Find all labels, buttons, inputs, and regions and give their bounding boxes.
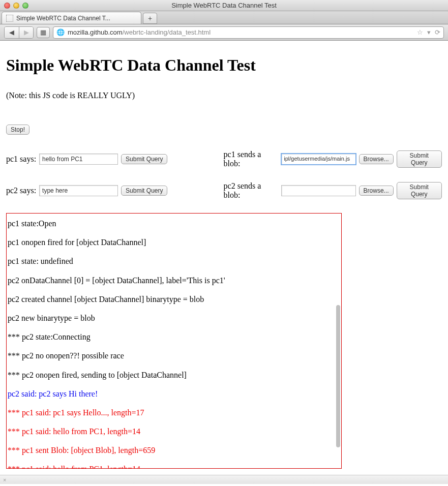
log-scrollbar[interactable]: [336, 305, 340, 447]
reload-icon[interactable]: ⟳: [435, 28, 440, 36]
url-host: mozilla.github.com: [68, 28, 123, 36]
log-line: *** pc1 said: pc1 says Hello..., length=…: [8, 408, 340, 417]
pc2-says-submit[interactable]: Submit Query: [121, 186, 167, 196]
forward-button[interactable]: ▶: [19, 27, 33, 38]
log-line: *** pc2 no onopen??! possible race: [8, 351, 340, 360]
zoom-window-button[interactable]: [22, 3, 28, 9]
log-line: pc1 state: undefined: [8, 256, 340, 266]
page-note: (Note: this JS code is REALLY UGLY): [6, 91, 442, 100]
log-box[interactable]: pc1 state:Openpc1 onopen fired for [obje…: [6, 213, 342, 469]
pc1-blob-browse[interactable]: Browse...: [359, 154, 394, 164]
bookmark-star-icon[interactable]: ☆: [417, 28, 423, 36]
pc1-blob-submit[interactable]: Submit Query: [397, 150, 442, 168]
stop-button[interactable]: Stop!: [6, 125, 29, 135]
log-line: pc1 onopen fired for [object DataChannel…: [8, 237, 340, 247]
pc1-row: pc1 says: Submit Query pc1 sends a blob:…: [6, 150, 442, 168]
dropdown-arrow-icon[interactable]: ▾: [427, 28, 431, 36]
log-line: *** pc1 said: hello from PC1, length=14: [8, 427, 340, 436]
back-button[interactable]: ◀: [5, 27, 19, 38]
pc2-says-input[interactable]: [39, 185, 118, 196]
log-line: *** pc1 sent Blob: [object Blob], length…: [8, 445, 340, 455]
url-path: /webrtc-landing/data_test.html: [123, 28, 211, 36]
pc1-says-input[interactable]: [39, 154, 118, 165]
minimize-window-button[interactable]: [13, 3, 19, 9]
tab-groups-button[interactable]: ▦: [37, 27, 50, 38]
url-text: mozilla.github.com/webrtc-landing/data_t…: [68, 28, 211, 36]
tab-strip: Simple WebRTC Data Channel T... +: [0, 11, 448, 24]
tab-favicon: [6, 15, 13, 22]
log-line: pc2 onDataChannel [0] = [object DataChan…: [8, 276, 340, 285]
pc2-blob-label: pc2 sends a blob:: [224, 181, 279, 200]
urlbar-right-icons: ☆ ▾ ⟳: [417, 28, 440, 36]
browser-toolbar: ◀ ▶ ▦ 🌐 mozilla.github.com/webrtc-landin…: [0, 24, 448, 41]
page-content: Simple WebRTC Data Channel Test (Note: t…: [0, 41, 448, 475]
page-heading: Simple WebRTC Data Channel Test: [6, 56, 442, 75]
nav-group: ◀ ▶: [4, 26, 34, 39]
pc1-blob-label: pc1 sends a blob:: [224, 150, 279, 168]
pc2-says-label: pc2 says:: [6, 186, 36, 195]
pc2-row: pc2 says: Submit Query pc2 sends a blob:…: [6, 181, 442, 200]
log-line: pc2 said: pc2 says Hi there!: [8, 389, 340, 399]
site-identity-icon[interactable]: 🌐: [56, 28, 65, 36]
log-line: pc2 created channel [object DataChannel]…: [8, 294, 340, 304]
browser-tab[interactable]: Simple WebRTC Data Channel T...: [2, 12, 141, 24]
pc2-blob-submit[interactable]: Submit Query: [397, 182, 442, 199]
window-titlebar: Simple WebRTC Data Channel Test: [0, 0, 448, 11]
log-line: *** pc1 said: hello from PC1, length=14: [8, 464, 340, 469]
tab-label: Simple WebRTC Data Channel T...: [16, 15, 137, 22]
pc1-says-submit[interactable]: Submit Query: [121, 154, 167, 164]
close-window-button[interactable]: [4, 3, 10, 9]
log-line: *** pc2 state:Connecting: [8, 332, 340, 342]
log-line: pc1 state:Open: [8, 219, 340, 228]
new-tab-button[interactable]: +: [143, 13, 157, 24]
pc2-blob-file[interactable]: [281, 185, 355, 196]
log-line: *** pc2 onopen fired, sending to [object…: [8, 370, 340, 380]
window-title: Simple WebRTC Data Channel Test: [0, 2, 448, 9]
pc1-blob-file[interactable]: ipl/getusermedia/js/main.js: [281, 154, 355, 165]
status-bar: ×: [0, 475, 448, 484]
traffic-lights: [0, 3, 28, 9]
log-line: pc2 new binarytype = blob: [8, 313, 340, 323]
url-bar[interactable]: 🌐 mozilla.github.com/webrtc-landing/data…: [53, 26, 444, 39]
pc2-blob-browse[interactable]: Browse...: [359, 186, 394, 196]
pc1-says-label: pc1 says:: [6, 155, 36, 164]
status-close-icon[interactable]: ×: [3, 477, 6, 483]
